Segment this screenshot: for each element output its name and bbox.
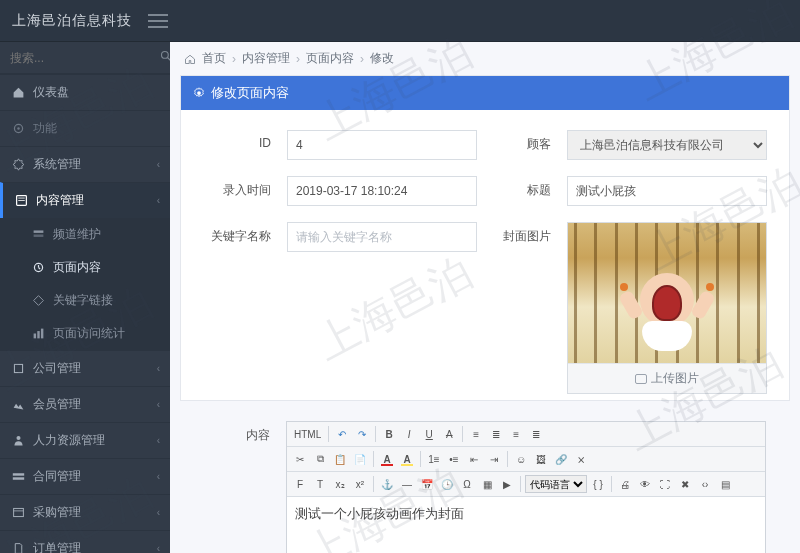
tb-align-left[interactable]: ≡ xyxy=(467,425,485,443)
crumb-2[interactable]: 页面内容 xyxy=(306,50,354,67)
chevron-left-icon: ‹ xyxy=(157,435,160,446)
sidebar-item-dashboard[interactable]: 仪表盘 xyxy=(0,74,170,110)
sidebar-subitem-keyword[interactable]: 关键字链接 xyxy=(0,284,170,317)
sidebar-search xyxy=(0,42,170,74)
sidebar-subitem-channel[interactable]: 频道维护 xyxy=(0,218,170,251)
tb-cut[interactable]: ✂ xyxy=(291,450,309,468)
sidebar-label: 人力资源管理 xyxy=(33,432,105,449)
input-keyword[interactable] xyxy=(287,222,477,252)
sidebar-item-hr[interactable]: 人力资源管理‹ xyxy=(0,422,170,458)
sidebar-label: 订单管理 xyxy=(33,540,81,553)
editor-toolbar-3: F T x₂ x² ⚓ — 📅 🕒 Ω ▦ ▶ 代码语言 { } 🖨 xyxy=(287,472,765,497)
tb-code[interactable]: { } xyxy=(589,475,607,493)
tb-template[interactable]: ▤ xyxy=(716,475,734,493)
tb-paste-text[interactable]: 📄 xyxy=(351,450,369,468)
tb-align-center[interactable]: ≣ xyxy=(487,425,505,443)
tb-outdent[interactable]: ⇤ xyxy=(465,450,483,468)
label-customer: 顾客 xyxy=(493,130,551,153)
sidebar-label: 关键字链接 xyxy=(53,292,113,309)
tb-codelang[interactable]: 代码语言 xyxy=(525,475,587,493)
cover-thumbnail xyxy=(568,223,766,363)
tb-date[interactable]: 📅 xyxy=(418,475,436,493)
tb-source[interactable]: ‹› xyxy=(696,475,714,493)
upload-button[interactable]: 上传图片 xyxy=(568,363,766,393)
sidebar-subitem-visit[interactable]: 页面访问统计 xyxy=(0,317,170,350)
sidebar-item-contract[interactable]: 合同管理‹ xyxy=(0,458,170,494)
tb-remove-format[interactable]: ✖ xyxy=(676,475,694,493)
tb-copy[interactable]: ⧉ xyxy=(311,450,329,468)
label-time: 录入时间 xyxy=(199,176,271,199)
tb-paste[interactable]: 📋 xyxy=(331,450,349,468)
tb-media[interactable]: ▶ xyxy=(498,475,516,493)
label-keyword: 关键字名称 xyxy=(199,222,271,245)
crumb-home[interactable]: 首页 xyxy=(202,50,226,67)
tb-indent[interactable]: ⇥ xyxy=(485,450,503,468)
sidebar-subitem-page[interactable]: 页面内容 xyxy=(0,251,170,284)
svg-point-3 xyxy=(17,127,19,129)
tb-print[interactable]: 🖨 xyxy=(616,475,634,493)
tb-undo[interactable]: ↶ xyxy=(333,425,351,443)
tb-ol[interactable]: 1≡ xyxy=(425,450,443,468)
tb-hr[interactable]: — xyxy=(398,475,416,493)
tb-strike[interactable]: A xyxy=(440,425,458,443)
svg-rect-14 xyxy=(41,329,43,339)
sidebar-item-member[interactable]: 会员管理‹ xyxy=(0,386,170,422)
editor-toolbar-2: ✂ ⧉ 📋 📄 A A 1≡ •≡ ⇤ ⇥ ☺ 🖼 🔗 ⨯ xyxy=(287,447,765,472)
input-id[interactable] xyxy=(287,130,477,160)
editor-textarea[interactable]: 测试一个小屁孩动画作为封面 xyxy=(287,497,765,553)
search-input[interactable] xyxy=(10,51,160,65)
sidebar-item-company[interactable]: 公司管理‹ xyxy=(0,350,170,386)
tb-table[interactable]: ▦ xyxy=(478,475,496,493)
tb-unlink[interactable]: ⨯ xyxy=(572,450,590,468)
tb-underline[interactable]: U xyxy=(420,425,438,443)
svg-rect-13 xyxy=(37,331,39,338)
input-time[interactable] xyxy=(287,176,477,206)
tb-link[interactable]: 🔗 xyxy=(552,450,570,468)
tb-size[interactable]: T xyxy=(311,475,329,493)
content-area: 首页› 内容管理› 页面内容› 修改 修改页面内容 ID 顾客 上海邑泊信息科技… xyxy=(170,42,800,553)
sidebar-label: 合同管理 xyxy=(33,468,81,485)
tb-backcolor[interactable]: A xyxy=(398,450,416,468)
select-customer[interactable]: 上海邑泊信息科技有限公司 xyxy=(567,130,767,160)
gear-icon xyxy=(193,87,205,99)
image-icon xyxy=(635,374,647,384)
tb-sub[interactable]: x₂ xyxy=(331,475,349,493)
tb-emoji[interactable]: ☺ xyxy=(512,450,530,468)
sidebar-label: 仪表盘 xyxy=(33,84,69,101)
tb-html[interactable]: HTML xyxy=(291,425,324,443)
tb-align-justify[interactable]: ≣ xyxy=(527,425,545,443)
sidebar-item-system[interactable]: 系统管理 ‹ xyxy=(0,146,170,182)
tb-image[interactable]: 🖼 xyxy=(532,450,550,468)
sidebar-item-order[interactable]: 订单管理‹ xyxy=(0,530,170,553)
tb-redo[interactable]: ↷ xyxy=(353,425,371,443)
label-id: ID xyxy=(199,130,271,150)
chevron-left-icon: ‹ xyxy=(157,399,160,410)
tb-forecolor[interactable]: A xyxy=(378,450,396,468)
sidebar-item-features[interactable]: 功能 xyxy=(0,110,170,146)
sidebar-label: 公司管理 xyxy=(33,360,81,377)
svg-rect-12 xyxy=(34,334,36,339)
tb-bold[interactable]: B xyxy=(380,425,398,443)
input-title[interactable] xyxy=(567,176,767,206)
tb-font[interactable]: F xyxy=(291,475,309,493)
topbar: 上海邑泊信息科技 xyxy=(0,0,800,42)
tb-preview[interactable]: 👁 xyxy=(636,475,654,493)
tb-align-right[interactable]: ≡ xyxy=(507,425,525,443)
tb-italic[interactable]: I xyxy=(400,425,418,443)
sidebar-item-purchase[interactable]: 采购管理‹ xyxy=(0,494,170,530)
sidebar-label: 系统管理 xyxy=(33,156,81,173)
crumb-1[interactable]: 内容管理 xyxy=(242,50,290,67)
tb-anchor[interactable]: ⚓ xyxy=(378,475,396,493)
hamburger-icon[interactable] xyxy=(148,14,168,28)
sidebar-item-content[interactable]: 内容管理 ‹ xyxy=(0,182,170,218)
editor-toolbar: HTML ↶ ↷ B I U A ≡ ≣ ≡ ≣ xyxy=(287,422,765,447)
edit-panel: 修改页面内容 ID 顾客 上海邑泊信息科技有限公司 录入时间 标题 关键字名称 … xyxy=(180,75,790,401)
tb-fullscreen[interactable]: ⛶ xyxy=(656,475,674,493)
rich-editor: HTML ↶ ↷ B I U A ≡ ≣ ≡ ≣ ✂ ⧉ xyxy=(286,421,766,553)
svg-rect-15 xyxy=(14,364,22,372)
sidebar-menu: 仪表盘 功能 系统管理 ‹ 内容管理 ‹ 频道维护 页面内 xyxy=(0,74,170,553)
tb-ul[interactable]: •≡ xyxy=(445,450,463,468)
tb-sup[interactable]: x² xyxy=(351,475,369,493)
tb-time[interactable]: 🕒 xyxy=(438,475,456,493)
tb-char[interactable]: Ω xyxy=(458,475,476,493)
